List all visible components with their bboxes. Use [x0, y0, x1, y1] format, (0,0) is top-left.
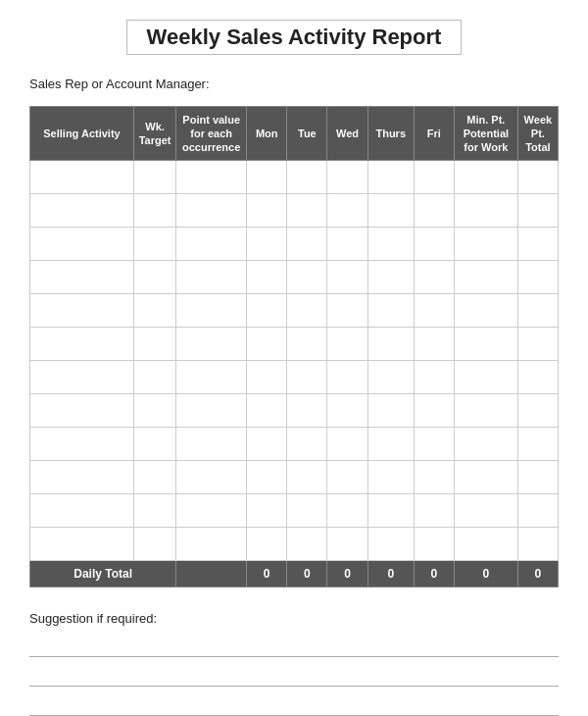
table-cell — [247, 161, 287, 194]
table-cell — [454, 428, 517, 461]
table-cell — [287, 428, 327, 461]
table-cell — [454, 461, 517, 494]
table-cell — [176, 394, 247, 428]
table-cell — [517, 461, 558, 494]
table-row — [30, 461, 559, 494]
col-fri: Fri — [414, 106, 454, 161]
table-cell — [287, 461, 327, 494]
table-cell — [30, 394, 134, 428]
table-cell — [176, 528, 247, 561]
suggestion-line-1 — [29, 636, 559, 657]
table-cell — [454, 494, 517, 528]
table-cell — [30, 161, 134, 194]
footer-point-value — [176, 561, 247, 588]
table-cell — [176, 361, 247, 394]
table-cell — [517, 161, 558, 194]
table-cell — [247, 328, 287, 361]
col-thurs: Thurs — [368, 106, 414, 161]
table-row — [30, 428, 559, 461]
table-cell — [414, 528, 454, 561]
table-cell — [368, 328, 414, 361]
table-cell — [414, 294, 454, 328]
table-cell — [287, 328, 327, 361]
table-cell — [247, 361, 287, 394]
table-cell — [454, 161, 517, 194]
table-cell — [176, 428, 247, 461]
table-cell — [30, 194, 134, 228]
table-cell — [414, 194, 454, 228]
table-row — [30, 528, 559, 561]
table-cell — [327, 328, 368, 361]
table-cell — [287, 261, 327, 294]
table-cell — [327, 161, 368, 194]
table-row — [30, 328, 559, 361]
table-cell — [368, 261, 414, 294]
table-cell — [30, 461, 134, 494]
table-cell — [327, 361, 368, 394]
table-cell — [133, 194, 175, 228]
table-cell — [414, 428, 454, 461]
table-cell — [414, 361, 454, 394]
table-cell — [133, 528, 175, 561]
suggestion-label: Suggestion if required: — [29, 611, 559, 626]
table-cell — [368, 161, 414, 194]
table-cell — [133, 261, 175, 294]
table-cell — [247, 294, 287, 328]
table-cell — [287, 228, 327, 261]
table-cell — [247, 494, 287, 528]
table-cell — [176, 461, 247, 494]
table-cell — [368, 394, 414, 428]
footer-fri: 0 — [414, 561, 454, 588]
table-cell — [287, 294, 327, 328]
sales-rep-label: Sales Rep or Account Manager: — [29, 75, 559, 94]
suggestion-section: Suggestion if required: — [29, 611, 559, 716]
table-cell — [133, 228, 175, 261]
table-cell — [30, 528, 134, 561]
table-cell — [327, 428, 368, 461]
table-cell — [368, 461, 414, 494]
table-cell — [368, 494, 414, 528]
col-tue: Tue — [287, 106, 327, 161]
table-cell — [287, 161, 327, 194]
table-cell — [176, 261, 247, 294]
table-cell — [327, 494, 368, 528]
suggestion-line-3 — [29, 694, 559, 716]
table-cell — [414, 394, 454, 428]
table-cell — [133, 361, 175, 394]
table-cell — [454, 228, 517, 261]
table-cell — [133, 394, 175, 428]
table-cell — [287, 194, 327, 228]
table-cell — [327, 228, 368, 261]
table-cell — [133, 494, 175, 528]
table-cell — [517, 228, 558, 261]
table-cell — [454, 194, 517, 228]
table-cell — [287, 394, 327, 428]
suggestion-line-2 — [29, 665, 559, 687]
table-cell — [176, 294, 247, 328]
table-cell — [133, 428, 175, 461]
page-title-wrapper: Weekly Sales Activity Report — [29, 20, 559, 55]
table-cell — [368, 294, 414, 328]
table-cell — [287, 494, 327, 528]
table-cell — [414, 328, 454, 361]
table-cell — [247, 394, 287, 428]
footer-min-pt: 0 — [454, 561, 517, 588]
table-cell — [368, 528, 414, 561]
table-cell — [30, 328, 134, 361]
footer-week-pt: 0 — [517, 561, 558, 588]
table-cell — [327, 394, 368, 428]
table-cell — [176, 328, 247, 361]
table-cell — [287, 528, 327, 561]
table-cell — [176, 494, 247, 528]
table-cell — [517, 494, 558, 528]
table-cell — [454, 328, 517, 361]
activity-table: Selling Activity Wk. Target Point value … — [29, 106, 559, 588]
footer-wed: 0 — [327, 561, 368, 588]
table-cell — [517, 294, 558, 328]
footer-mon: 0 — [247, 561, 287, 588]
table-cell — [368, 428, 414, 461]
table-cell — [454, 294, 517, 328]
table-cell — [327, 194, 368, 228]
col-point-value: Point value for each occurrence — [176, 106, 247, 161]
table-row — [30, 294, 559, 328]
